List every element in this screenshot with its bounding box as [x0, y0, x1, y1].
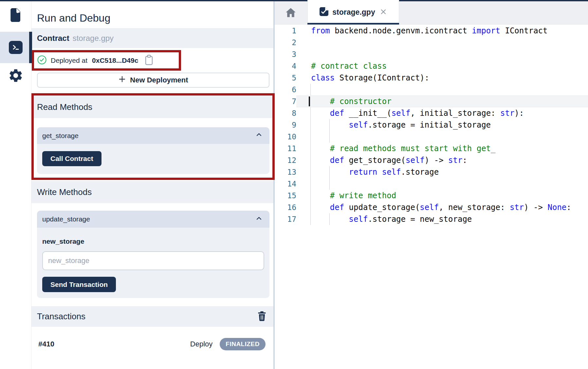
editor-tab-bar: storage.gpy: [275, 0, 588, 25]
code-line: 8 def __init__(self, initial_storage: st…: [275, 107, 588, 119]
new-deployment-button[interactable]: New Deployment: [37, 73, 269, 88]
method-header-update-storage[interactable]: update_storage: [37, 211, 269, 228]
line-number: 8: [275, 107, 296, 119]
activity-item-run-debug[interactable]: [0, 32, 31, 63]
contract-label: Contract: [37, 34, 69, 43]
code-line: 3: [275, 48, 588, 60]
code-line: 13 return self.storage: [275, 166, 588, 178]
new-storage-input[interactable]: [42, 251, 264, 270]
copy-address-button[interactable]: [144, 54, 154, 67]
code-line: 9 self.storage = initial_storage: [275, 119, 588, 131]
line-number: 12: [275, 154, 296, 166]
activity-item-files[interactable]: [0, 7, 31, 24]
indent-guide: [310, 143, 311, 154]
code-line: 15 # write method: [275, 190, 588, 202]
line-number: 9: [275, 119, 296, 131]
top-border: [0, 0, 588, 1]
home-icon: [285, 7, 296, 19]
send-transaction-button[interactable]: Send Transaction: [42, 277, 116, 292]
code-line: 2: [275, 37, 588, 48]
indent-guide: [310, 213, 311, 225]
code-line: 17 self.storage = new_storage: [275, 213, 588, 225]
transaction-status-badge: FINALIZED: [220, 338, 266, 350]
text-cursor: [309, 97, 310, 106]
code-line: 5class Storage(IContract):: [275, 72, 588, 84]
indent-guide: [329, 131, 330, 143]
read-methods-header: Read Methods: [31, 96, 275, 118]
method-body-get-storage: Call Contract: [37, 144, 269, 174]
activity-bar: [0, 0, 31, 369]
transaction-type: Deploy: [190, 340, 212, 348]
line-number: 6: [275, 84, 296, 96]
active-view-indicator: [29, 32, 32, 63]
chevron-up-icon[interactable]: [255, 131, 263, 140]
code-editor: storage.gpy 1from backend.node.genvm.ico…: [275, 0, 588, 369]
indent-guide: [310, 154, 311, 166]
write-methods-title: Write Methods: [37, 187, 92, 197]
code-line: 11 # read methods must start with get_: [275, 143, 588, 154]
app-root: Run and Debug Contract storage.gpy Deplo…: [0, 0, 588, 369]
code-line: 12 def get_storage(self) -> str:: [275, 154, 588, 166]
code-area[interactable]: 1from backend.node.genvm.icontract impor…: [275, 25, 588, 369]
transactions-header: Transactions: [31, 306, 275, 327]
new-deployment-label: New Deployment: [130, 76, 188, 84]
param-label-new-storage: new_storage: [42, 237, 84, 245]
indent-guide: [329, 178, 330, 190]
indent-guide: [310, 119, 311, 131]
code-line: 6: [275, 84, 588, 96]
contract-header: Contract storage.gpy: [31, 28, 275, 48]
clear-transactions-button[interactable]: [257, 311, 267, 323]
read-methods-title: Read Methods: [37, 102, 92, 112]
method-card-update-storage: update_storage new_storage Send Transact…: [37, 211, 269, 298]
line-number: 7: [275, 96, 296, 107]
line-number: 10: [275, 131, 296, 143]
line-number: 15: [275, 190, 296, 202]
close-tab-button[interactable]: [380, 8, 387, 17]
activity-item-settings[interactable]: [0, 68, 31, 84]
tab-storage-gpy[interactable]: storage.gpy: [307, 0, 399, 25]
line-number: 16: [275, 202, 296, 213]
file-icon: [9, 7, 23, 24]
code-line: 16 def update_storage(self, new_storage:…: [275, 202, 588, 213]
method-card-get-storage: get_storage Call Contract: [37, 127, 269, 174]
clipboard-icon: [144, 54, 154, 67]
line-number: 5: [275, 72, 296, 84]
write-methods-header: Write Methods: [31, 181, 275, 203]
tab-label: storage.gpy: [332, 8, 375, 17]
code-line: 4# contract class: [275, 60, 588, 72]
transaction-id: #410: [38, 340, 54, 348]
call-contract-button[interactable]: Call Contract: [42, 151, 101, 166]
code-line: 1from backend.node.genvm.icontract impor…: [275, 25, 588, 37]
gear-icon: [8, 68, 24, 85]
indent-guide: [329, 213, 330, 225]
method-name: update_storage: [42, 215, 90, 223]
line-number: 4: [275, 60, 296, 72]
file-check-icon: [320, 7, 328, 17]
indent-guide: [310, 190, 311, 202]
run-debug-panel: Run and Debug Contract storage.gpy Deplo…: [31, 0, 275, 369]
active-tab-underline: [307, 23, 399, 25]
transaction-row[interactable]: #410 Deploy FINALIZED: [31, 331, 275, 357]
indent-guide: [329, 119, 330, 131]
tab-home[interactable]: [275, 1, 306, 25]
code-line: 10: [275, 131, 588, 143]
plus-icon: [118, 75, 126, 85]
line-number: 13: [275, 166, 296, 178]
contract-address: 0xC518...D49c: [92, 57, 138, 64]
indent-guide: [310, 107, 311, 119]
chevron-up-icon[interactable]: [255, 215, 263, 224]
contract-filename: storage.gpy: [73, 34, 114, 43]
indent-guide: [310, 178, 311, 190]
trash-icon: [257, 311, 267, 323]
deployment-status: Deployed at 0xC518...D49c: [37, 52, 154, 69]
method-header-get-storage[interactable]: get_storage: [37, 127, 269, 144]
indent-guide: [310, 202, 311, 213]
method-name: get_storage: [42, 132, 79, 140]
indent-guide: [310, 131, 311, 143]
deployment-status-text: Deployed at: [51, 57, 87, 64]
indent-guide: [310, 84, 311, 96]
line-number: 2: [275, 37, 296, 48]
line-number: 11: [275, 143, 296, 154]
panel-scrollbar[interactable]: [273, 0, 275, 369]
transactions-title: Transactions: [37, 311, 85, 322]
